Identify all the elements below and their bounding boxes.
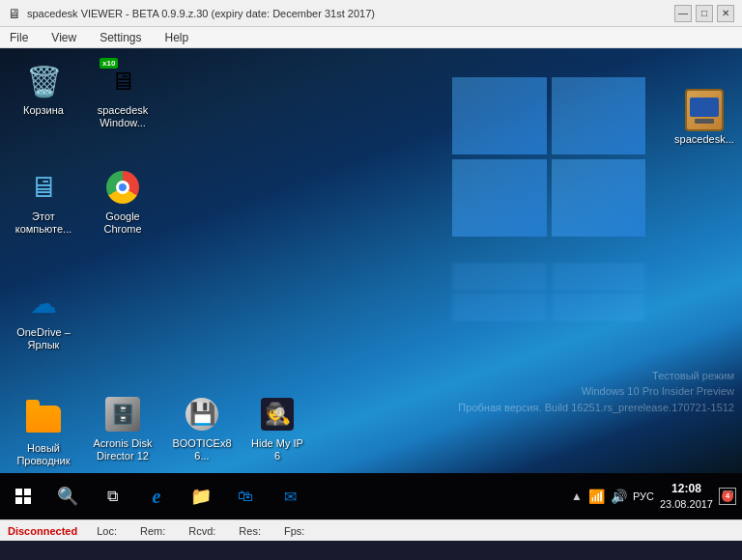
volume-icon[interactable]: 🔊 [611,489,627,504]
loc-status: Loc: [97,525,121,537]
this-computer-label: Этоткомпьюте... [15,210,72,236]
recycle-bin-image: 🗑️ [24,62,63,100]
watermark-line1: Тестовый режим [458,368,734,384]
taskbar-left: 🔍 ⧉ e 📁 🛍 ✉ [2,475,311,518]
menu-help[interactable]: Help [159,29,195,46]
onedrive-label: OneDrive –Ярлык [16,326,71,351]
badge-x10: x10 [100,58,118,69]
new-explorer-label: НовыйПроводник [16,442,70,467]
bootice-shape: 💾 [186,398,218,431]
hide-my-ip-image: 🕵️ [258,395,297,434]
explorer-icon: 📁 [190,486,212,507]
taskbar: 🔍 ⧉ e 📁 🛍 ✉ ▲ 📶 🔊 РУС 1 [0,473,742,519]
hide-my-ip-label: Hide My IP 6 [247,437,307,462]
spacedesk-windows-image: x10 🖥 [103,62,142,100]
google-chrome-icon[interactable]: GoogleChrome [89,164,157,239]
close-button[interactable]: ✕ [717,5,734,22]
window-controls: — □ ✕ [674,5,734,22]
desktop: 🗑️ Корзина x10 🖥 spacedeskWindow... 🖥 Эт… [0,48,742,473]
bootice-icon[interactable]: 💾 BOOTICEx86... [168,391,236,466]
title-bar: 🖥 spacedesk VIEWER - BETA 0.9.9.z.30 (ex… [0,0,742,27]
task-view-icon: ⧉ [107,488,118,505]
menu-settings[interactable]: Settings [94,29,147,46]
network-icon[interactable]: 📶 [588,489,605,504]
new-explorer-icon[interactable]: НовыйПроводник [10,396,77,471]
spacedesk-right-desktop-icon[interactable]: spacedesk... [671,87,738,150]
clock-date: 23.08.2017 [660,497,713,511]
explorer-button[interactable]: 📁 [180,475,222,518]
res-status: Res: [239,525,265,537]
acronis-director-icon[interactable]: 🗄️ Acronis DiskDirector 12 [89,391,157,466]
spacedesk-windows-icon[interactable]: x10 🖥 spacedeskWindow... [89,58,157,133]
hideip-shape: 🕵️ [261,398,294,431]
acronis-director-label: Acronis DiskDirector 12 [93,437,152,462]
fps-status: Fps: [284,525,308,537]
rcvd-status: Rcvd: [188,525,219,537]
chrome-inner [116,181,129,194]
google-chrome-label: GoogleChrome [103,210,141,236]
action-center-button[interactable]: 🗨 4 [719,488,736,505]
spacedesk-windows-label: spacedeskWindow... [98,104,149,129]
language-indicator[interactable]: РУС [633,490,654,502]
start-logo [15,489,31,504]
hw-base [695,119,714,124]
acronis-shape: 🗄️ [105,397,140,432]
search-icon: 🔍 [57,486,78,507]
watermark-line2: Windows 10 Pro Insider Preview [458,383,734,400]
hw-screen [690,98,719,117]
watermark: Тестовый режим Windows 10 Pro Insider Pr… [458,368,734,416]
app-icon: 🖥 [8,6,21,21]
search-button[interactable]: 🔍 [46,475,89,518]
menu-bar: File View Settings Help [0,27,742,48]
app-title: spacedesk VIEWER - BETA 0.9.9.z.30 (expi… [27,8,674,19]
windows-logo-decoration [452,77,645,352]
start-button[interactable] [2,475,44,518]
onedrive-icon[interactable]: ☁ OneDrive –Ярлык [10,280,77,355]
acronis-director-image: 🗄️ [103,395,142,434]
spacedesk-hw-image [685,89,724,131]
chrome-circle [106,171,139,204]
onedrive-image: ☁ [24,284,63,322]
spacedesk-right-label: spacedesk... [674,133,734,146]
new-explorer-image [24,400,63,438]
clock[interactable]: 12:08 23.08.2017 [660,482,713,511]
rem-status: Rem: [140,525,169,537]
tray-show-button[interactable]: ▲ [571,490,583,503]
recycle-bin-icon[interactable]: 🗑️ Корзина [10,58,77,121]
menu-file[interactable]: File [4,29,34,46]
bootice-label: BOOTICEx86... [172,437,232,462]
notification-badge: 4 [722,490,733,502]
this-computer-image: 🖥 [24,168,63,207]
store-icon: 🛍 [238,488,253,505]
google-chrome-image [103,168,142,207]
bootice-image: 💾 [183,395,221,434]
this-computer-icon[interactable]: 🖥 Этоткомпьюте... [10,164,77,239]
recycle-bin-label: Корзина [23,104,64,117]
hide-my-ip-icon[interactable]: 🕵️ Hide My IP 6 [243,391,311,466]
spacedesk-right-image [685,91,724,129]
status-bar: Disconnected Loc: Rem: Rcvd: Res: Fps: [0,519,742,541]
menu-view[interactable]: View [45,29,82,46]
mail-icon: ✉ [284,488,297,506]
maximize-button[interactable]: □ [696,5,713,22]
edge-button[interactable]: e [135,475,178,518]
disconnected-status: Disconnected [8,525,77,537]
clock-time: 12:08 [660,482,713,497]
task-view-button[interactable]: ⧉ [91,475,133,518]
store-button[interactable]: 🛍 [224,475,267,518]
edge-icon: e [153,486,161,508]
system-tray: ▲ 📶 🔊 РУС 12:08 23.08.2017 🗨 4 [571,482,740,511]
mail-button[interactable]: ✉ [269,475,311,518]
watermark-line3: Пробная версия. Build 16251.rs_prereleas… [458,400,734,416]
minimize-button[interactable]: — [674,5,692,22]
folder-shape [26,406,61,433]
